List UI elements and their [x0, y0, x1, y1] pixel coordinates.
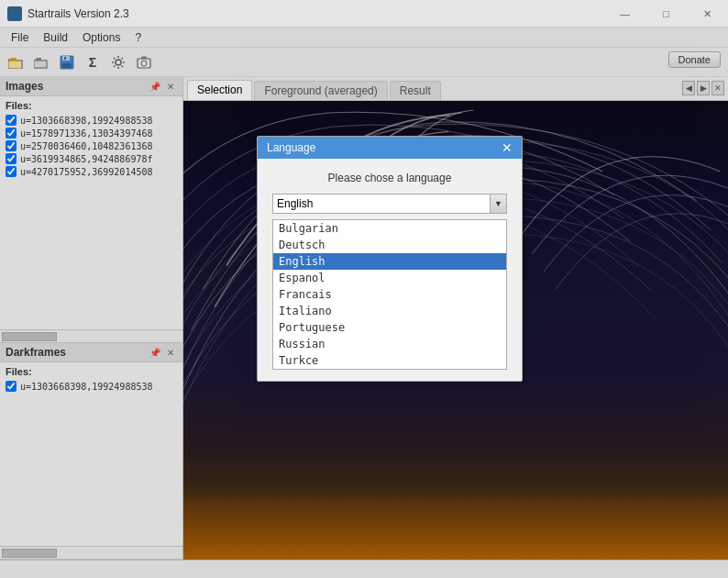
- dialog-prompt: Please chose a language: [272, 172, 507, 184]
- language-select[interactable]: Bulgarian Deutsch English Espanol Franca…: [272, 194, 491, 214]
- dropdown-item-russian[interactable]: Russian: [273, 336, 506, 352]
- dropdown-item-espanol[interactable]: Espanol: [273, 270, 506, 286]
- dropdown-arrow-icon[interactable]: ▼: [491, 194, 507, 214]
- dropdown-item-bulgarian[interactable]: Bulgarian: [273, 220, 506, 237]
- dropdown-item-francais[interactable]: Francais: [273, 286, 506, 303]
- dialog-body: Please chose a language Bulgarian Deutsc…: [258, 159, 522, 381]
- dialog-overlay: Language ✕ Please chose a language Bulga…: [0, 0, 728, 578]
- dropdown-item-turkce[interactable]: Turkce: [273, 352, 506, 369]
- dropdown-item-deutsch[interactable]: Deutsch: [273, 237, 506, 253]
- dialog-close-button[interactable]: ✕: [502, 141, 513, 154]
- dropdown-item-portuguese[interactable]: Portuguese: [273, 319, 506, 336]
- language-dialog: Language ✕ Please chose a language Bulga…: [257, 136, 523, 382]
- dropdown-item-english[interactable]: English: [273, 253, 506, 270]
- dropdown-item-italiano[interactable]: Italiano: [273, 303, 506, 319]
- dialog-title: Language: [267, 141, 315, 154]
- dialog-title-bar: Language ✕: [258, 137, 522, 159]
- lang-select-row: Bulgarian Deutsch English Espanol Franca…: [272, 194, 507, 214]
- language-dropdown-list[interactable]: Bulgarian Deutsch English Espanol Franca…: [272, 219, 507, 370]
